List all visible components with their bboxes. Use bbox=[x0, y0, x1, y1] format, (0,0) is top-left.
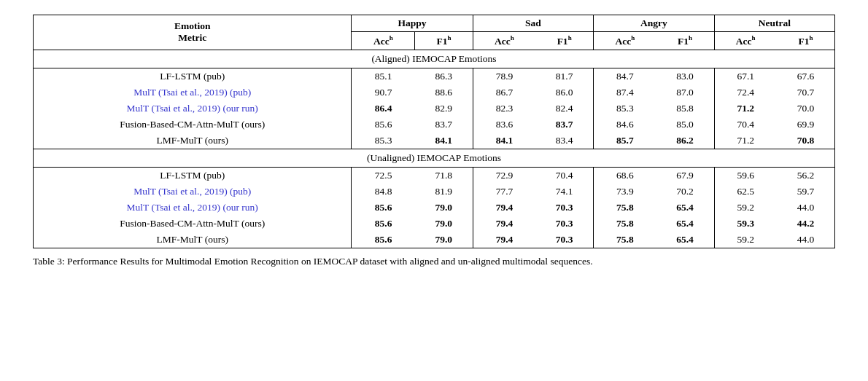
metric-value: 85.6 bbox=[352, 232, 415, 248]
sad-acc-header: Acch bbox=[473, 32, 535, 50]
metric-value: 79.0 bbox=[415, 216, 473, 232]
metric-value: 86.2 bbox=[656, 133, 714, 149]
model-name: Fusion-Based-CM-Attn-MulT (ours) bbox=[34, 216, 352, 232]
metric-value: 56.2 bbox=[777, 167, 835, 184]
metric-value: 75.8 bbox=[594, 232, 656, 248]
metric-value: 70.4 bbox=[714, 117, 777, 133]
metric-value: 68.6 bbox=[594, 167, 656, 184]
metric-value: 79.4 bbox=[473, 232, 535, 248]
metric-value: 85.1 bbox=[352, 68, 415, 85]
metric-value: 90.7 bbox=[352, 85, 415, 101]
emotion-metric-header: EmotionMetric bbox=[34, 15, 352, 50]
metric-value: 82.4 bbox=[535, 101, 594, 117]
metric-value: 70.3 bbox=[535, 232, 594, 248]
metric-value: 70.8 bbox=[777, 133, 835, 149]
happy-header: Happy bbox=[352, 15, 473, 32]
metric-value: 83.7 bbox=[415, 117, 473, 133]
unaligned-section-label: (Unaligned) IEMOCAP Emotions bbox=[34, 149, 835, 167]
metric-value: 86.3 bbox=[415, 68, 473, 85]
metric-value: 44.2 bbox=[777, 216, 835, 232]
neutral-f1-header: F1h bbox=[777, 32, 835, 50]
table-row: LF-LSTM (pub)72.571.872.970.468.667.959.… bbox=[34, 167, 835, 184]
metric-value: 87.0 bbox=[656, 85, 714, 101]
metric-value: 79.4 bbox=[473, 216, 535, 232]
metric-value: 85.7 bbox=[594, 133, 656, 149]
metric-value: 77.7 bbox=[473, 184, 535, 200]
metric-value: 81.7 bbox=[535, 68, 594, 85]
metric-value: 85.8 bbox=[656, 101, 714, 117]
happy-f1-header: F1h bbox=[415, 32, 473, 50]
aligned-section-header: (Aligned) IEMOCAP Emotions bbox=[34, 50, 835, 68]
angry-f1-header: F1h bbox=[656, 32, 714, 50]
metric-value: 59.2 bbox=[714, 232, 777, 248]
metric-value: 83.4 bbox=[535, 133, 594, 149]
metric-value: 82.3 bbox=[473, 101, 535, 117]
model-name: MulT (Tsai et al., 2019) (our run) bbox=[34, 200, 352, 216]
sad-header: Sad bbox=[473, 15, 593, 32]
metric-value: 44.0 bbox=[777, 232, 835, 248]
metric-value: 70.0 bbox=[777, 101, 835, 117]
metric-value: 83.6 bbox=[473, 117, 535, 133]
aligned-section-label: (Aligned) IEMOCAP Emotions bbox=[34, 50, 835, 68]
table-caption: Table 3: Performance Results for Multimo… bbox=[33, 256, 835, 267]
table-row: MulT (Tsai et al., 2019) (pub)84.881.977… bbox=[34, 184, 835, 200]
angry-acc-header: Acch bbox=[594, 32, 656, 50]
table-row: MulT (Tsai et al., 2019) (our run)85.679… bbox=[34, 200, 835, 216]
metric-value: 85.6 bbox=[352, 200, 415, 216]
metric-value: 72.9 bbox=[473, 167, 535, 184]
model-name: MulT (Tsai et al., 2019) (pub) bbox=[34, 184, 352, 200]
metric-value: 70.3 bbox=[535, 216, 594, 232]
model-name: MulT (Tsai et al., 2019) (pub) bbox=[34, 85, 352, 101]
metric-value: 62.5 bbox=[714, 184, 777, 200]
metric-value: 72.4 bbox=[714, 85, 777, 101]
metric-value: 59.6 bbox=[714, 167, 777, 184]
metric-value: 79.0 bbox=[415, 232, 473, 248]
table-row: Fusion-Based-CM-Attn-MulT (ours)85.683.7… bbox=[34, 117, 835, 133]
metric-value: 79.4 bbox=[473, 200, 535, 216]
metric-value: 87.4 bbox=[594, 85, 656, 101]
sad-f1-header: F1h bbox=[535, 32, 594, 50]
table-row: LMF-MulT (ours)85.384.184.183.485.786.27… bbox=[34, 133, 835, 149]
table-row: LF-LSTM (pub)85.186.378.981.784.783.067.… bbox=[34, 68, 835, 85]
metric-value: 78.9 bbox=[473, 68, 535, 85]
metric-value: 75.8 bbox=[594, 200, 656, 216]
table-row: MulT (Tsai et al., 2019) (our run)86.482… bbox=[34, 101, 835, 117]
metric-value: 85.3 bbox=[594, 101, 656, 117]
table-row: LMF-MulT (ours)85.679.079.470.375.865.45… bbox=[34, 232, 835, 248]
happy-acc-header: Acch bbox=[352, 32, 415, 50]
metric-value: 85.3 bbox=[352, 133, 415, 149]
metric-value: 88.6 bbox=[415, 85, 473, 101]
neutral-acc-header: Acch bbox=[714, 32, 777, 50]
metric-value: 85.6 bbox=[352, 117, 415, 133]
table-container: EmotionMetric Happy Sad Angry Neutral Ac… bbox=[33, 15, 835, 267]
metric-value: 65.4 bbox=[656, 232, 714, 248]
metric-value: 67.9 bbox=[656, 167, 714, 184]
angry-header: Angry bbox=[594, 15, 714, 32]
metric-value: 59.7 bbox=[777, 184, 835, 200]
metric-value: 85.0 bbox=[656, 117, 714, 133]
metric-value: 70.2 bbox=[656, 184, 714, 200]
metric-value: 75.8 bbox=[594, 216, 656, 232]
metric-value: 82.9 bbox=[415, 101, 473, 117]
metric-value: 65.4 bbox=[656, 216, 714, 232]
metric-value: 79.0 bbox=[415, 200, 473, 216]
metric-value: 72.5 bbox=[352, 167, 415, 184]
metric-value: 83.0 bbox=[656, 68, 714, 85]
unaligned-section-header: (Unaligned) IEMOCAP Emotions bbox=[34, 149, 835, 167]
model-name: LMF-MulT (ours) bbox=[34, 133, 352, 149]
column-header-row: EmotionMetric Happy Sad Angry Neutral bbox=[34, 15, 835, 32]
metric-value: 70.7 bbox=[777, 85, 835, 101]
table-row: MulT (Tsai et al., 2019) (pub)90.788.686… bbox=[34, 85, 835, 101]
model-name: MulT (Tsai et al., 2019) (our run) bbox=[34, 101, 352, 117]
metric-value: 71.2 bbox=[714, 133, 777, 149]
metric-value: 71.8 bbox=[415, 167, 473, 184]
metric-value: 65.4 bbox=[656, 200, 714, 216]
metric-value: 86.0 bbox=[535, 85, 594, 101]
metric-value: 84.1 bbox=[415, 133, 473, 149]
metric-value: 81.9 bbox=[415, 184, 473, 200]
metric-value: 69.9 bbox=[777, 117, 835, 133]
metric-value: 67.1 bbox=[714, 68, 777, 85]
neutral-header: Neutral bbox=[714, 15, 834, 32]
model-name: LF-LSTM (pub) bbox=[34, 68, 352, 85]
metric-value: 86.4 bbox=[352, 101, 415, 117]
